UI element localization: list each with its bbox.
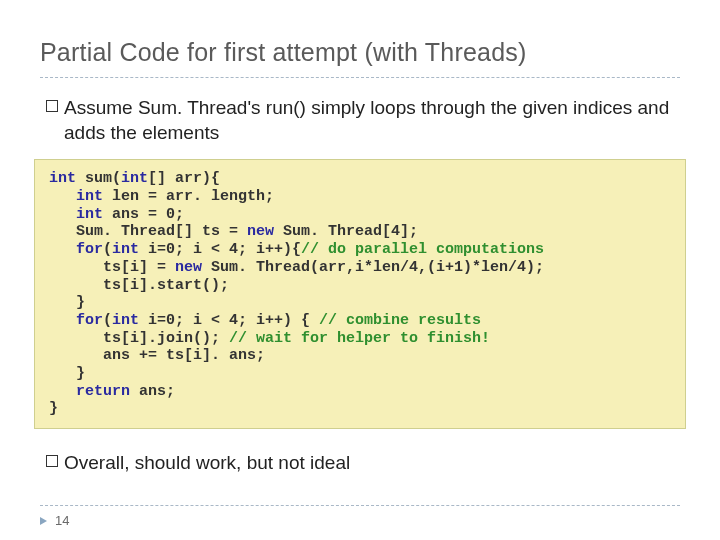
bullet-box-icon	[46, 455, 58, 467]
code-text: Sum. Thread[] ts =	[49, 223, 247, 240]
slide-footer: 14	[40, 513, 69, 528]
code-kw: new	[247, 223, 274, 240]
code-kw: int	[112, 312, 139, 329]
bullet-box-icon	[46, 100, 58, 112]
code-text: ans;	[130, 383, 175, 400]
code-text: len = arr. length;	[103, 188, 274, 205]
code-text: ts[i].join();	[49, 330, 229, 347]
code-kw: for	[49, 241, 103, 258]
code-kw: int	[49, 170, 76, 187]
bullet-item-2: Overall, should work, but not ideal	[40, 451, 680, 476]
code-kw: int	[112, 241, 139, 258]
code-text: (	[103, 312, 112, 329]
code-text: Sum. Thread[4];	[274, 223, 418, 240]
code-kw: new	[175, 259, 202, 276]
slide-title: Partial Code for first attempt (with Thr…	[40, 38, 680, 67]
code-text: }	[49, 400, 58, 417]
code-comment: // wait for helper to finish!	[229, 330, 490, 347]
arrow-right-icon	[40, 517, 47, 525]
bullet-item-1: Assume Sum. Thread's run() simply loops …	[40, 96, 680, 145]
code-kw: int	[49, 188, 103, 205]
code-text: }	[49, 294, 85, 311]
code-text: ts[i] =	[49, 259, 175, 276]
code-text: Sum. Thread(arr,i*len/4,(i+1)*len/4);	[202, 259, 544, 276]
code-kw: int	[121, 170, 148, 187]
code-text: }	[49, 365, 85, 382]
code-text: ans = 0;	[103, 206, 184, 223]
code-text: i=0; i < 4; i++){	[139, 241, 301, 258]
code-comment: // do parallel computations	[301, 241, 544, 258]
code-comment: // combine results	[319, 312, 481, 329]
code-kw: return	[49, 383, 130, 400]
page-number: 14	[55, 513, 69, 528]
code-text: ans += ts[i]. ans;	[49, 347, 265, 364]
code-text: (	[103, 241, 112, 258]
bullet-text-2: Overall, should work, but not ideal	[64, 451, 350, 476]
title-divider	[40, 77, 680, 78]
footer-divider	[40, 505, 680, 506]
code-text: [] arr){	[148, 170, 220, 187]
code-text: sum(	[76, 170, 121, 187]
code-text: i=0; i < 4; i++) {	[139, 312, 319, 329]
code-kw: for	[49, 312, 103, 329]
code-text: ts[i].start();	[49, 277, 229, 294]
bullet-text-1: Assume Sum. Thread's run() simply loops …	[64, 96, 680, 145]
code-kw: int	[49, 206, 103, 223]
code-block: int sum(int[] arr){ int len = arr. lengt…	[34, 159, 686, 429]
